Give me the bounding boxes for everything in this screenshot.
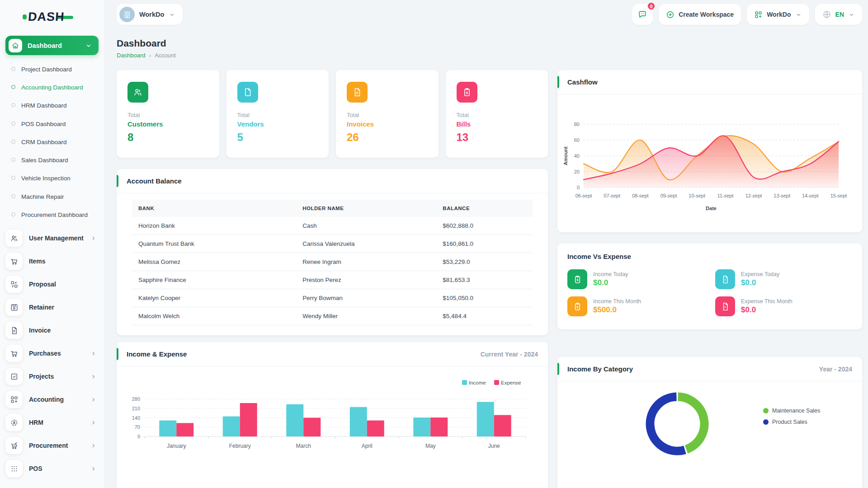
legend-dot-icon bbox=[763, 419, 769, 425]
sidebar-item-procurement[interactable]: Procurement bbox=[0, 434, 104, 457]
svg-text:140: 140 bbox=[132, 415, 140, 421]
sidebar-subitem-crm-dashboard[interactable]: CRM Dashboard bbox=[0, 133, 104, 151]
sidebar-item-items[interactable]: Items bbox=[0, 250, 104, 273]
sidebar-subitem-pos-dashboard[interactable]: POS Dashboard bbox=[0, 115, 104, 133]
sidebar-subitem-vehicle-inspection[interactable]: Vehicle Inspection bbox=[0, 169, 104, 188]
svg-text:Expense: Expense bbox=[501, 380, 521, 385]
retainer-icon bbox=[5, 299, 23, 316]
chevron-right-icon bbox=[90, 442, 97, 449]
svg-text:11-sept: 11-sept bbox=[717, 193, 733, 198]
sidebar-item-pos[interactable]: POS bbox=[0, 457, 104, 480]
projects-icon bbox=[5, 368, 23, 385]
svg-text:May: May bbox=[425, 443, 436, 449]
svg-text:$: $ bbox=[576, 305, 578, 309]
language-selector[interactable]: EN bbox=[815, 4, 862, 25]
bank-cell: Katelyn Cooper bbox=[132, 289, 296, 307]
cashflow-title: Cashflow bbox=[567, 78, 598, 86]
svg-text:$: $ bbox=[466, 91, 467, 95]
holder-cell: Perry Bowman bbox=[296, 289, 436, 307]
svg-text:$: $ bbox=[576, 278, 578, 282]
customers-icon bbox=[127, 82, 148, 103]
svg-text:0: 0 bbox=[137, 434, 140, 439]
stat-cards: TotalCustomers8TotalVendors5TotalInvoice… bbox=[117, 70, 548, 158]
sidebar-item-purchases[interactable]: Purchases bbox=[0, 342, 104, 365]
stat-card-vendors: TotalVendors5 bbox=[226, 70, 329, 158]
sidebar-subitem-hrm-dashboard[interactable]: HRM Dashboard bbox=[0, 97, 104, 115]
legend-dot-icon bbox=[763, 408, 769, 413]
svg-text:June: June bbox=[488, 443, 500, 449]
svg-text:13-sept: 13-sept bbox=[774, 193, 790, 198]
svg-text:April: April bbox=[362, 443, 373, 449]
sidebar-subitem-label: HRM Dashboard bbox=[21, 102, 67, 110]
stat-label: Invoices bbox=[347, 120, 428, 128]
column-header: BALANCE bbox=[436, 200, 533, 217]
table-body: Horizon BankCash$602,888.0Quantum Trust … bbox=[132, 217, 533, 325]
bullet-icon bbox=[11, 176, 15, 180]
sidebar-subitem-procurement-dashboard[interactable]: Procurement Dashboard bbox=[0, 206, 104, 224]
income-by-category-body: Maintenance SalesProduct Sales bbox=[557, 381, 862, 462]
balance-cell: $53,229.0 bbox=[436, 253, 533, 271]
sidebar-item-invoice[interactable]: Invoice bbox=[0, 319, 104, 342]
sidebar-item-retainer[interactable]: Retainer bbox=[0, 296, 104, 319]
sidebar: DASH Dashboard Project DashboardAccounti… bbox=[0, 0, 104, 488]
ive-label: Expense This Month bbox=[741, 298, 793, 305]
brand-name: DASH bbox=[28, 10, 65, 24]
holder-cell: Preston Perez bbox=[296, 271, 436, 289]
svg-text:Amount: Amount bbox=[563, 146, 568, 165]
create-workspace-button[interactable]: Create Workspace bbox=[659, 4, 741, 25]
invoice-file-icon bbox=[347, 82, 368, 103]
right-column: Cashflow 020406080Amount06-sept07-sept08… bbox=[557, 70, 862, 488]
workdo-menu-button[interactable]: WorkDo bbox=[747, 4, 809, 25]
users-icon bbox=[5, 230, 23, 247]
sidebar-item-projects[interactable]: Projects bbox=[0, 365, 104, 388]
table-row: Malcolm WelchWendy Miller$5,484.4 bbox=[132, 307, 533, 325]
sidebar-subitem-accounting-dashboard[interactable]: Accounting Dashboard bbox=[0, 79, 104, 97]
income-clipboard-icon: $ bbox=[567, 296, 587, 316]
sidebar-item-label: Accounting bbox=[29, 396, 84, 403]
sidebar-subitem-label: Sales Dashboard bbox=[21, 156, 68, 164]
stat-value: 26 bbox=[347, 131, 428, 144]
sidebar-item-proposal[interactable]: Proposal bbox=[0, 273, 104, 296]
chevron-right-icon bbox=[90, 373, 97, 380]
ive-value: $0.0 bbox=[741, 305, 793, 314]
sidebar-subitem-sales-dashboard[interactable]: Sales Dashboard bbox=[0, 151, 104, 169]
sidebar-item-accounting[interactable]: Accounting bbox=[0, 388, 104, 411]
sidebar-item-user-management[interactable]: User Management bbox=[0, 227, 104, 250]
sidebar-item-hrm[interactable]: HRM bbox=[0, 411, 104, 434]
messages-badge: 0 bbox=[647, 2, 656, 10]
stat-value: 8 bbox=[127, 131, 208, 144]
sidebar-subitem-project-dashboard[interactable]: Project Dashboard bbox=[0, 61, 104, 79]
sidebar-item-label: Projects bbox=[29, 373, 84, 380]
table-row: Horizon BankCash$602,888.0 bbox=[132, 217, 533, 235]
sidebar-subitem-machine-repair[interactable]: Machine Repair bbox=[0, 188, 104, 206]
sidebar-item-label: Procurement bbox=[29, 442, 84, 449]
bank-cell: Melissa Gomez bbox=[132, 253, 296, 271]
stat-top-label: Total bbox=[457, 112, 538, 118]
income-vs-expense-grid: $Income Today$0.0Expense Today$0.0$Incom… bbox=[567, 269, 852, 316]
ive-value: $500.0 bbox=[593, 305, 641, 314]
legend-item-maintenance-sales: Maintenance Sales bbox=[763, 408, 820, 414]
accounting-icon bbox=[5, 391, 23, 408]
messages-button[interactable]: 0 bbox=[632, 4, 653, 25]
chat-icon bbox=[637, 9, 647, 19]
account-balance-title: Account Balance bbox=[127, 177, 182, 185]
dashboard-submenu: Project DashboardAccounting DashboardHRM… bbox=[0, 61, 104, 224]
workspace-chip[interactable]: WorkDo bbox=[117, 4, 183, 25]
expense-file-icon bbox=[715, 269, 735, 289]
stat-top-label: Total bbox=[127, 112, 208, 118]
sidebar-item-label: HRM bbox=[29, 419, 84, 426]
sidebar-item-label: Retainer bbox=[29, 304, 97, 311]
chevron-down-icon bbox=[795, 11, 802, 18]
svg-text:08-sept: 08-sept bbox=[632, 193, 649, 198]
invoice-icon bbox=[5, 322, 23, 339]
sidebar-item-dashboard[interactable]: Dashboard bbox=[5, 36, 99, 55]
brand-logo[interactable]: DASH bbox=[23, 10, 104, 24]
bank-cell: Quantum Trust Bank bbox=[132, 235, 296, 253]
svg-text:January: January bbox=[167, 443, 186, 449]
sidebar-item-label: Items bbox=[29, 258, 97, 265]
breadcrumb-dashboard-link[interactable]: Dashboard bbox=[117, 52, 146, 59]
grid-plus-icon bbox=[754, 10, 763, 19]
chevron-down-icon bbox=[848, 11, 855, 18]
bullet-icon bbox=[11, 212, 15, 216]
workdo-menu-label: WorkDo bbox=[767, 11, 791, 18]
